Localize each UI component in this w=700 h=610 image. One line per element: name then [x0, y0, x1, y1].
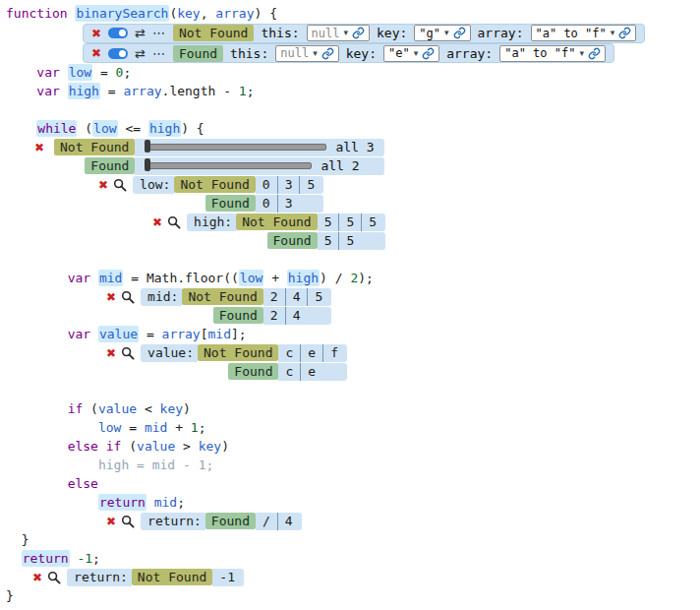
- example-badge: Found: [85, 157, 135, 174]
- dropdown-this[interactable]: null▾: [307, 25, 370, 41]
- close-icon[interactable]: ✖: [98, 179, 108, 191]
- code-token: high: [148, 120, 181, 137]
- link-icon[interactable]: [453, 27, 466, 39]
- dropdown-key[interactable]: "g"▾: [414, 25, 470, 41]
- iteration-slider[interactable]: [145, 144, 326, 151]
- iteration-slider[interactable]: [145, 162, 312, 169]
- probe-values: /4: [256, 513, 302, 530]
- code-token: while: [36, 120, 77, 137]
- probe-cell: 5: [318, 232, 339, 250]
- dropdown-value: null: [280, 46, 309, 60]
- code-token: >: [175, 439, 198, 454]
- field-label-this: this:: [230, 46, 268, 61]
- code-token: 1: [239, 84, 247, 98]
- code-editor[interactable]: function binarySearch(key, array) {✖⇄⋯No…: [0, 0, 700, 610]
- probe-badge: Not Found: [174, 176, 255, 193]
- close-icon[interactable]: ✖: [106, 291, 116, 303]
- dropdown-array[interactable]: "a" to "f"▾: [531, 25, 637, 41]
- link-icon[interactable]: [422, 47, 435, 60]
- code-token: 1: [191, 420, 199, 435]
- close-icon[interactable]: ✖: [91, 28, 101, 39]
- code-line: else: [6, 474, 700, 493]
- code-token: ) {: [181, 121, 204, 136]
- code-token: ;: [92, 551, 100, 566]
- code-token: ): [221, 439, 229, 454]
- dropdown-array[interactable]: "a" to "f"▾: [499, 45, 606, 62]
- code-token: = Math.floor((: [123, 271, 238, 285]
- dropdown-value: "a" to "f": [504, 46, 575, 60]
- probe-values: cef: [278, 344, 346, 362]
- code-token: ) /: [320, 271, 350, 285]
- code-line: var low = 0;: [6, 63, 700, 82]
- dropdown-value: "g": [419, 27, 440, 40]
- magnifier-icon[interactable]: [121, 346, 135, 360]
- code-token: ;: [177, 495, 185, 510]
- menu-dots-icon[interactable]: ⋯: [152, 47, 166, 60]
- probe-cell: 5: [338, 214, 361, 231]
- probe-cell: 2: [263, 288, 285, 306]
- probe-cell: 4: [277, 513, 300, 530]
- magnifier-icon[interactable]: [167, 215, 181, 229]
- close-icon[interactable]: ✖: [106, 516, 116, 527]
- code-token: value: [98, 401, 137, 416]
- swap-arrows-icon[interactable]: ⇄: [135, 47, 146, 60]
- probe-cell: 5: [307, 288, 329, 306]
- code-line: if (value < key): [6, 399, 700, 418]
- code-token: [6, 121, 36, 136]
- dropdown-key[interactable]: "e"▾: [383, 45, 439, 62]
- example-badge[interactable]: Found: [173, 45, 223, 62]
- close-icon[interactable]: ✖: [152, 216, 162, 228]
- code-token: return: [98, 494, 146, 511]
- code-token: mid: [154, 495, 177, 510]
- menu-dots-icon[interactable]: ⋯: [152, 27, 166, 39]
- toggle-icon[interactable]: [108, 28, 128, 38]
- badge-slot: Found: [198, 363, 278, 381]
- probe-cell: e: [300, 344, 322, 362]
- badge-slot: Found: [54, 157, 135, 175]
- code-token: var: [68, 271, 90, 285]
- link-icon[interactable]: [618, 27, 631, 39]
- probe-values: 245: [263, 288, 331, 306]
- code-token: [6, 327, 68, 341]
- slider-handle[interactable]: [145, 158, 150, 171]
- code-line: function binarySearch(key, array) {: [6, 4, 700, 23]
- code-line: var value = array[mid];: [6, 325, 700, 343]
- example-badge[interactable]: Not Found: [173, 25, 254, 41]
- code-token: [6, 420, 98, 435]
- slider-controls: [34, 156, 54, 175]
- toggle-icon[interactable]: [108, 48, 128, 59]
- badge-slot: Not Found: [54, 139, 135, 156]
- slider-handle[interactable]: [145, 140, 150, 152]
- link-icon[interactable]: [321, 47, 334, 60]
- field-label-array: array:: [478, 26, 524, 40]
- code-token: <=: [118, 121, 148, 136]
- close-icon[interactable]: ✖: [32, 572, 42, 583]
- code-token: [: [201, 327, 208, 341]
- probe-values: 035: [256, 176, 323, 194]
- slider-label: all 2: [321, 158, 359, 173]
- code-token: key: [160, 401, 183, 416]
- swap-arrows-icon[interactable]: ⇄: [135, 27, 146, 39]
- magnifier-icon[interactable]: [121, 290, 135, 304]
- probe-controls: [152, 231, 187, 250]
- probe-label: low:: [133, 176, 174, 194]
- code-token: if: [106, 439, 122, 454]
- code-token: [6, 84, 36, 98]
- badge-slot: Found: [236, 232, 317, 250]
- link-icon[interactable]: [588, 47, 601, 60]
- magnifier-icon[interactable]: [47, 571, 61, 584]
- badge-slot: Found: [174, 195, 255, 213]
- code-token: [90, 327, 98, 341]
- close-icon[interactable]: ✖: [91, 47, 101, 59]
- probe-controls: ✖: [98, 175, 133, 194]
- code-token: array: [123, 84, 161, 98]
- code-line: [6, 381, 700, 399]
- close-icon[interactable]: ✖: [34, 142, 44, 153]
- close-icon[interactable]: ✖: [106, 347, 116, 359]
- probe-cell: 3: [277, 195, 300, 213]
- magnifier-icon[interactable]: [113, 178, 127, 192]
- link-icon[interactable]: [352, 27, 365, 39]
- dropdown-this[interactable]: null▾: [275, 45, 338, 62]
- magnifier-icon[interactable]: [121, 515, 135, 528]
- probe: ✖mid:Not Found245Found24: [106, 287, 331, 325]
